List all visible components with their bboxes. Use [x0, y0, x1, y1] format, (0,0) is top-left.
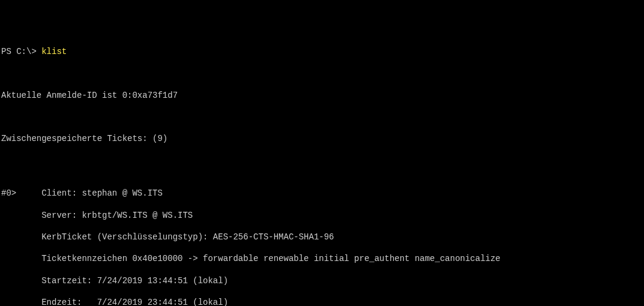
prompt-line[interactable]: PS C:\> klist: [1, 46, 643, 57]
ticket-endtime-line: Endzeit: 7/24/2019 23:44:51 (lokal): [1, 297, 643, 306]
ticket-kerbticket-line: KerbTicket (Verschlüsselungstyp): AES-25…: [1, 232, 643, 242]
ticket-starttime-line: Startzeit: 7/24/2019 13:44:51 (lokal): [1, 275, 643, 286]
ticket-server-line: Server: krbtgt/WS.ITS @ WS.ITS: [1, 210, 643, 221]
command-text: klist: [41, 47, 67, 56]
blank-line: [1, 68, 643, 79]
logon-id-line: Aktuelle Anmelde-ID ist 0:0xa73f1d7: [1, 90, 643, 101]
blank-line: [1, 112, 643, 122]
cached-tickets-line: Zwischengespeicherte Tickets: (9): [1, 133, 643, 144]
ticket-flags-line: Ticketkennzeichen 0x40e10000 -> forwarda…: [1, 253, 643, 264]
ticket-client-line: #0> Client: stephan @ WS.ITS: [1, 188, 643, 199]
ticket-entry: #0> Client: stephan @ WS.ITS Server: krb…: [1, 177, 643, 306]
prompt-prefix: PS C:\>: [1, 47, 41, 56]
blank-line: [1, 155, 643, 166]
